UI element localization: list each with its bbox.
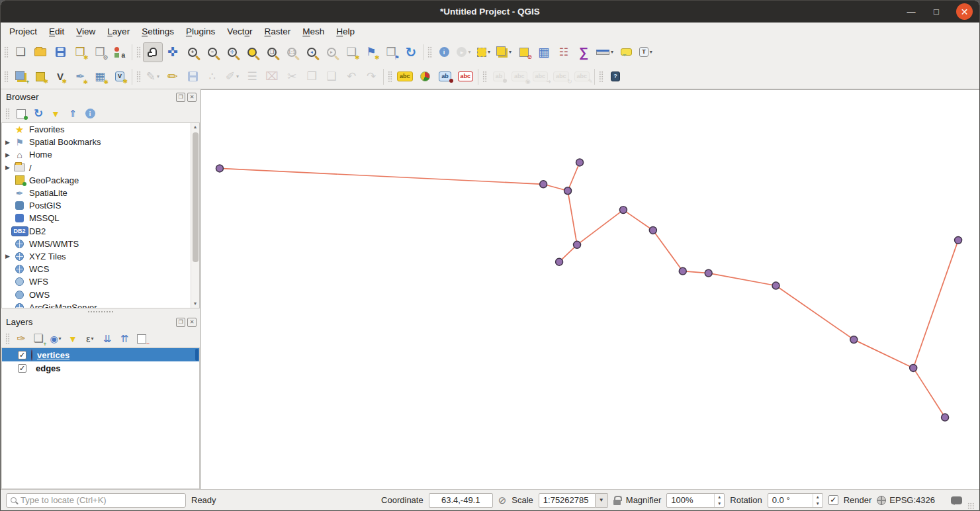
scale-dropdown-icon[interactable]: ▼ xyxy=(596,493,608,508)
crs-status[interactable]: EPSG:4326 xyxy=(889,495,935,505)
browser-item-ows[interactable]: OWS xyxy=(2,288,199,301)
lock-scale-icon[interactable] xyxy=(613,500,621,505)
menu-help[interactable]: Help xyxy=(330,24,361,38)
open-layer-styling-icon[interactable]: ✑ xyxy=(13,331,29,347)
menu-mesh[interactable]: Mesh xyxy=(296,24,330,38)
rotation-spinbox[interactable]: 0.0 ° ▲▼ xyxy=(768,493,823,508)
browser-item-arcgismapserver[interactable]: ArcGisMapServer xyxy=(2,301,199,308)
remove-layer-icon[interactable]: − xyxy=(134,331,150,347)
pan-map-icon[interactable] xyxy=(143,42,163,62)
menu-project[interactable]: Project xyxy=(3,24,43,38)
zoom-to-selection-icon[interactable] xyxy=(242,42,262,62)
browser-item-db2[interactable]: DB2DB2 xyxy=(2,225,199,238)
menu-raster[interactable]: Raster xyxy=(259,24,297,38)
zoom-full-icon[interactable]: ✢ xyxy=(222,42,242,62)
toolbar-drag-handle[interactable] xyxy=(599,71,603,83)
new-shapefile-layer-icon[interactable]: V✱ xyxy=(50,67,70,87)
layer-item-vertices[interactable]: ✓vertices xyxy=(2,348,199,361)
toggle-editing-icon[interactable]: ✏ xyxy=(163,67,183,87)
menu-vector[interactable]: Vector xyxy=(221,24,258,38)
add-group-icon[interactable]: ❏+ xyxy=(30,331,46,347)
render-checkbox[interactable]: ✓ xyxy=(828,495,838,505)
new-project-icon[interactable]: ❏ xyxy=(11,42,30,62)
scroll-up-icon[interactable]: ▲ xyxy=(191,123,199,131)
layer-diagram-icon[interactable] xyxy=(416,67,435,87)
layers-float-icon[interactable]: ❐ xyxy=(176,318,185,327)
highlight-pinned-labels-icon[interactable]: abc xyxy=(455,67,476,87)
menu-settings[interactable]: Settings xyxy=(136,24,180,38)
locator-input[interactable]: Type to locate (Ctrl+K) xyxy=(6,493,186,508)
select-features-icon[interactable]: ▾ xyxy=(474,42,494,62)
magnifier-spinbox[interactable]: 100% ▲▼ xyxy=(666,493,725,508)
show-bookmarks-icon[interactable]: ❒⚑ xyxy=(381,42,401,62)
messages-icon[interactable] xyxy=(951,496,962,504)
expand-all-icon[interactable]: ⇊ xyxy=(99,331,115,347)
open-attribute-table-icon[interactable]: ▦ xyxy=(534,42,554,62)
zoom-to-layer-icon[interactable]: ❏ xyxy=(262,42,282,62)
expand-icon[interactable]: ▶ xyxy=(5,152,14,158)
filter-by-expression-icon[interactable]: ε▾ xyxy=(82,331,98,347)
layers-close-icon[interactable]: ✕ xyxy=(187,318,197,327)
new-spatialite-layer-icon[interactable]: ✒✱ xyxy=(70,67,90,87)
browser-item-favorites[interactable]: ★Favorites xyxy=(2,123,199,136)
layer-labeling-icon[interactable]: abc xyxy=(394,67,416,87)
scroll-down-icon[interactable]: ▼ xyxy=(191,300,199,308)
resize-grip[interactable] xyxy=(967,502,974,509)
toolbar-drag-handle[interactable] xyxy=(482,71,487,83)
new-virtual-layer-icon[interactable]: ▦✱ xyxy=(90,67,110,87)
magnifier-up-icon[interactable]: ▲ xyxy=(715,494,724,500)
deselect-features-icon[interactable]: ⊘ xyxy=(514,42,534,62)
browser-item-wms-wmts[interactable]: WMS/WMTS xyxy=(2,238,199,250)
maximize-button[interactable]: □ xyxy=(931,7,942,17)
manage-map-themes-icon[interactable]: ◉▾ xyxy=(48,331,64,347)
zoom-out-icon[interactable]: − xyxy=(202,42,222,62)
scale-combo[interactable]: 1:75262785 xyxy=(539,493,596,508)
browser-item-mssql[interactable]: MSSQL xyxy=(2,212,199,224)
browser-close-icon[interactable]: ✕ xyxy=(187,93,197,102)
titlebar[interactable]: *Untitled Project - QGIS — □ ✕ xyxy=(1,1,979,23)
show-spatial-bookmark-manager-icon[interactable]: ⚑✱ xyxy=(361,42,381,62)
browser-scrollbar[interactable]: ▲ ▼ xyxy=(191,123,199,308)
magnifier-down-icon[interactable]: ▼ xyxy=(715,500,724,507)
browser-item-wcs[interactable]: WCS xyxy=(2,263,199,275)
expand-icon[interactable]: ▶ xyxy=(5,253,14,259)
new-temporary-scratch-layer-icon[interactable]: V✱ xyxy=(110,67,130,87)
pin-labels-icon[interactable]: ab xyxy=(435,67,455,87)
open-project-icon[interactable] xyxy=(30,42,50,62)
menu-layer[interactable]: Layer xyxy=(101,24,136,38)
toolbar-drag-handle[interactable] xyxy=(136,71,141,83)
field-calculator-icon[interactable]: ☷ xyxy=(554,42,574,62)
filter-browser-icon[interactable]: ▼ xyxy=(48,106,64,122)
data-source-manager-icon[interactable]: + xyxy=(11,67,30,87)
toolbar-drag-handle[interactable] xyxy=(427,46,432,58)
collapse-all-layers-icon[interactable]: ⇈ xyxy=(116,331,132,347)
text-annotation-icon[interactable]: T▾ xyxy=(636,42,656,62)
toolbar-drag-handle[interactable] xyxy=(5,333,10,345)
zoom-in-icon[interactable]: + xyxy=(183,42,202,62)
browser-item--[interactable]: ▶/ xyxy=(2,162,199,174)
browser-float-icon[interactable]: ❐ xyxy=(176,93,185,102)
browser-item-spatial-bookmarks[interactable]: ▶⚑Spatial Bookmarks xyxy=(2,136,199,148)
style-manager-icon[interactable]: a xyxy=(110,42,130,62)
menu-view[interactable]: View xyxy=(70,24,101,38)
help-icon[interactable]: ? xyxy=(605,67,625,87)
browser-item-spatialite[interactable]: ✒SpatiaLite xyxy=(2,187,199,199)
new-print-layout-icon[interactable]: ❒✱ xyxy=(70,42,90,62)
scroll-thumb[interactable] xyxy=(193,132,199,262)
toolbar-drag-handle[interactable] xyxy=(388,71,392,83)
layer-visibility-checkbox[interactable]: ✓ xyxy=(18,351,26,359)
identify-features-icon[interactable]: i xyxy=(434,42,454,62)
filter-legend-icon[interactable]: ▼ xyxy=(65,331,81,347)
browser-item-postgis[interactable]: PostGIS xyxy=(2,199,199,212)
toolbar-drag-handle[interactable] xyxy=(4,46,9,58)
expand-icon[interactable]: ▶ xyxy=(5,139,14,146)
rotation-up-icon[interactable]: ▲ xyxy=(813,494,823,500)
refresh-map-icon[interactable]: ↻ xyxy=(401,42,421,62)
new-geopackage-layer-icon[interactable]: ✱ xyxy=(30,67,50,87)
browser-item-wfs[interactable]: WFS xyxy=(2,275,199,288)
browser-item-xyz-tiles[interactable]: ▶XYZ Tiles xyxy=(2,250,199,263)
collapse-all-icon[interactable]: ⇑ xyxy=(65,106,81,122)
rotation-down-icon[interactable]: ▼ xyxy=(813,500,823,507)
map-canvas[interactable] xyxy=(200,89,979,489)
measure-icon[interactable]: ▾ xyxy=(594,42,616,62)
